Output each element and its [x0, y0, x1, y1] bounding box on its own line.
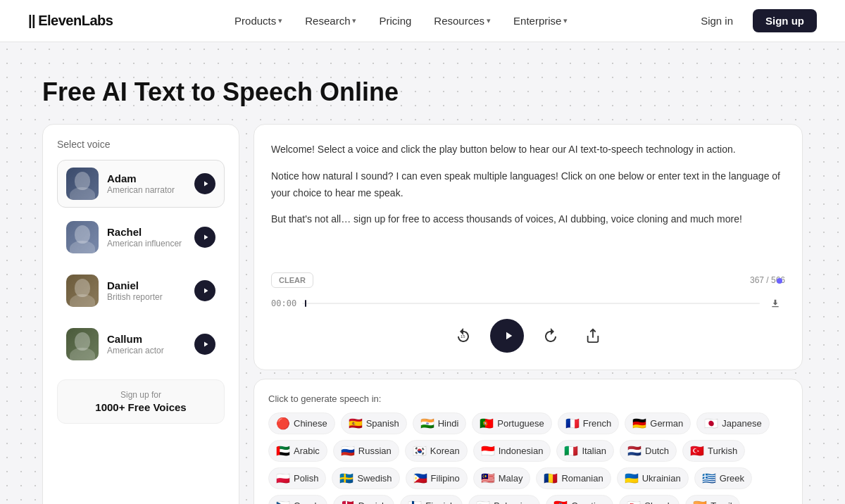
lang-label: French [583, 418, 611, 429]
tts-controls: CLEAR 367 / 566 00:00 [271, 258, 785, 353]
forward-button[interactable] [538, 323, 563, 348]
voice-play-button[interactable] [194, 334, 215, 355]
lang-label: Czech [294, 500, 320, 504]
lang-tag-italian[interactable]: 🇮🇹Italian [556, 440, 614, 462]
voice-desc: American influencer [107, 239, 186, 248]
lang-tag-bulgarian[interactable]: 🇧🇬Bulgarian [468, 495, 540, 504]
voice-list: AdamAmerican narratorRachelAmerican infl… [57, 160, 225, 368]
lang-flag: 🇫🇷 [565, 417, 580, 430]
tts-panel: Welcome! Select a voice and click the pl… [254, 124, 803, 504]
lang-tag-chinese[interactable]: 🔴Chinese [268, 412, 335, 434]
svg-text:15: 15 [461, 334, 465, 339]
lang-label: Bulgarian [494, 500, 532, 504]
tts-desc-1: Welcome! Select a voice and click the pl… [271, 141, 785, 158]
play-button[interactable] [490, 319, 524, 353]
lang-tag-japanese[interactable]: 🇯🇵Japanese [696, 412, 769, 434]
audio-cursor [305, 300, 306, 307]
voice-panel: Select voice AdamAmerican narratorRachel… [42, 124, 239, 504]
lang-tag-turkish[interactable]: 🇹🇷Turkish [682, 440, 745, 462]
nav-item-enterprise[interactable]: Enterprise▾ [505, 11, 576, 31]
lang-tag-romanian[interactable]: 🇷🇴Romanian [536, 467, 611, 489]
language-panel: Click to generate speech in: 🔴Chinese🇪🇸S… [254, 379, 803, 504]
lang-tag-hindi[interactable]: 🇮🇳Hindi [413, 412, 467, 434]
lang-tag-russian[interactable]: 🇷🇺Russian [333, 440, 399, 462]
nav-label: Resources [434, 15, 484, 27]
voice-info: DanielBritish reporter [107, 279, 186, 302]
lang-tag-swedish[interactable]: 🇸🇪Swedish [332, 467, 399, 489]
voice-desc: British reporter [107, 292, 186, 302]
lang-label: Greek [720, 473, 744, 484]
lang-label: Hindi [438, 418, 459, 429]
logo-prefix: || [28, 13, 35, 29]
voice-item-callum[interactable]: CallumAmerican actor [57, 320, 225, 368]
lang-tag-portuguese[interactable]: 🇵🇹Portuguese [472, 412, 552, 434]
share-button[interactable] [580, 323, 606, 348]
lang-flag: 🇪🇸 [349, 417, 363, 430]
voice-play-button[interactable] [194, 280, 215, 301]
signup-voices-button[interactable]: Sign up for 1000+ Free Voices [57, 379, 225, 424]
lang-label: Arabic [294, 446, 320, 456]
lang-tag-danish[interactable]: 🇩🇰Danish [333, 495, 394, 504]
logo-name: ElevenLabs [38, 13, 113, 29]
signup-voices-sub: Sign up for [68, 390, 214, 400]
audio-progress-line[interactable] [302, 303, 760, 304]
lang-tag-korean[interactable]: 🇰🇷Korean [405, 440, 468, 462]
voice-avatar [66, 221, 99, 253]
rewind-button[interactable]: 15 [451, 323, 476, 348]
tts-desc-3: But that's not all… sign up for free to … [271, 211, 785, 228]
lang-flag: 🇨🇿 [276, 499, 290, 504]
nav-item-pricing[interactable]: Pricing [370, 11, 420, 31]
voice-name: Daniel [107, 279, 186, 291]
lang-tag-polish[interactable]: 🇵🇱Polish [268, 467, 326, 489]
voice-play-button[interactable] [194, 173, 215, 194]
lang-label: Filipino [431, 473, 460, 484]
lang-flag: 🔴 [276, 417, 290, 430]
voice-play-button[interactable] [194, 227, 215, 248]
download-button[interactable] [765, 294, 785, 313]
nav-item-resources[interactable]: Resources▾ [425, 11, 499, 31]
lang-tag-indonesian[interactable]: 🇮🇩Indonesian [473, 440, 551, 462]
lang-tag-tamil[interactable]: 🇮🇳Tamil [685, 495, 739, 504]
nav-label: Research [305, 15, 350, 27]
lang-tag-czech[interactable]: 🇨🇿Czech [268, 495, 327, 504]
lang-flag: 🇸🇰 [627, 499, 641, 504]
lang-label: Italian [582, 446, 606, 456]
lang-tag-filipino[interactable]: 🇵🇭Filipino [406, 467, 468, 489]
signin-button[interactable]: Sign in [689, 9, 744, 32]
playback-controls: 15 [271, 319, 785, 353]
nav-item-research[interactable]: Research▾ [296, 11, 365, 31]
signup-button[interactable]: Sign up [753, 9, 817, 32]
dot-indicator [777, 278, 782, 284]
time-display: 00:00 [271, 298, 296, 308]
lang-tag-malay[interactable]: 🇲🇾Malay [473, 467, 531, 489]
lang-tag-finnish[interactable]: 🇫🇮Finnish [400, 495, 463, 504]
lang-tag-croatian[interactable]: 🇭🇷Croatian [546, 495, 613, 504]
voice-name: Adam [107, 172, 186, 184]
lang-flag: 🇬🇷 [702, 472, 716, 485]
voice-item-daniel[interactable]: DanielBritish reporter [57, 267, 225, 315]
lang-tag-spanish[interactable]: 🇪🇸Spanish [341, 412, 407, 434]
lang-tag-ukrainian[interactable]: 🇺🇦Ukrainian [617, 467, 689, 489]
lang-tag-arabic[interactable]: 🇦🇪Arabic [268, 440, 327, 462]
language-grid: 🔴Chinese🇪🇸Spanish🇮🇳Hindi🇵🇹Portuguese🇫🇷Fr… [268, 412, 788, 504]
lang-tag-german[interactable]: 🇩🇪German [625, 412, 691, 434]
lang-label: Romanian [561, 473, 603, 484]
lang-tag-dutch[interactable]: 🇳🇱Dutch [620, 440, 677, 462]
lang-label: Croatian [571, 500, 606, 504]
brand-logo[interactable]: ||ElevenLabs [28, 13, 113, 29]
clear-button[interactable]: CLEAR [271, 272, 313, 288]
voice-item-adam[interactable]: AdamAmerican narrator [57, 160, 225, 208]
voice-item-rachel[interactable]: RachelAmerican influencer [57, 213, 225, 261]
lang-tag-greek[interactable]: 🇬🇷Greek [694, 467, 752, 489]
lang-label: Portuguese [497, 418, 544, 429]
lang-flag: 🇷🇺 [341, 444, 355, 458]
lang-tag-french[interactable]: 🇫🇷French [558, 412, 619, 434]
lang-flag: 🇵🇹 [480, 417, 494, 430]
lang-label: German [650, 418, 683, 429]
lang-label: Swedish [357, 473, 392, 484]
lang-label: Turkish [708, 446, 737, 456]
text-area-card: Welcome! Select a voice and click the pl… [254, 124, 803, 370]
lang-tag-slovak[interactable]: 🇸🇰Slovak [619, 495, 680, 504]
lang-label: Japanese [722, 418, 761, 429]
nav-item-products[interactable]: Products▾ [226, 11, 291, 31]
